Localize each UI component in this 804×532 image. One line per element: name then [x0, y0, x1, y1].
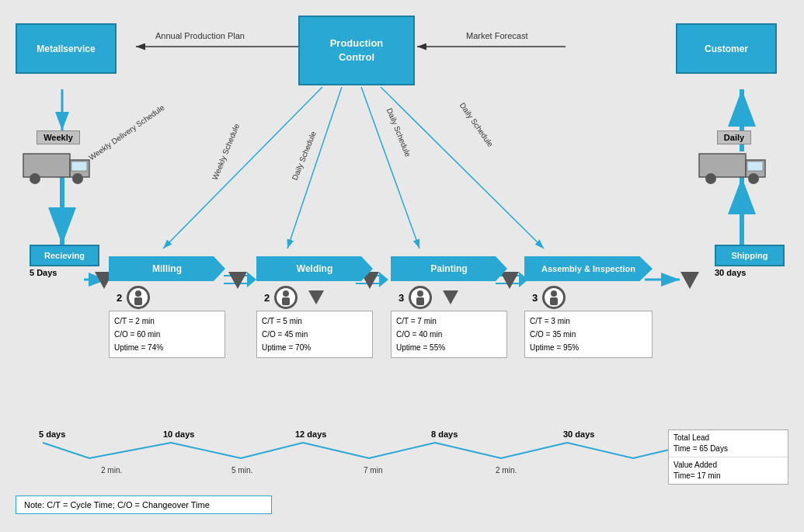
svg-point-26 — [30, 173, 40, 184]
svg-point-38 — [417, 290, 423, 297]
painting-person-icon — [414, 290, 426, 305]
svg-rect-39 — [416, 297, 424, 305]
shipping-days-label: 30 days — [715, 268, 746, 277]
daily-truck-label: Daily — [717, 130, 751, 144]
svg-point-32 — [748, 173, 759, 184]
assembly-co: C/O = 35 min — [530, 328, 647, 341]
svg-point-36 — [283, 290, 289, 297]
timeline-time-1: 5 min. — [231, 466, 252, 475]
daily-schedule-2-label: Daily Schedule — [385, 107, 412, 158]
svg-point-27 — [72, 173, 83, 184]
painting-inv-small — [443, 290, 458, 304]
assembly-person-icon — [548, 290, 560, 305]
assembly-ct: C/T = 3 min — [530, 315, 647, 328]
svg-marker-17 — [247, 272, 256, 287]
weekly-truck: Weekly — [19, 130, 97, 186]
welding-operator-circle — [274, 286, 298, 309]
svg-point-31 — [705, 173, 716, 184]
note-box: Note: C/T = Cycle Time; C/O = Changeover… — [16, 495, 272, 514]
welding-operator-count: 2 — [264, 292, 270, 304]
daily-truck: Daily — [695, 130, 773, 186]
svg-point-40 — [551, 290, 557, 297]
total-lead-time-row: Total LeadTime = 65 Days — [669, 430, 788, 457]
welding-uptime: Uptime = 70% — [262, 341, 367, 354]
weekly-schedule-label: Weekly Schedule — [211, 123, 241, 182]
value-added-time-row: Value AddedTime= 17 min — [669, 457, 788, 484]
welding-co: C/O = 45 min — [262, 328, 367, 341]
timeline-time-3: 2 min. — [496, 466, 517, 475]
svg-rect-33 — [747, 162, 763, 171]
daily-schedule-3-label: Daily Schedule — [458, 101, 495, 148]
svg-point-34 — [135, 290, 141, 297]
note-text: Note: C/T = Cycle Time; C/O = Changeover… — [24, 500, 210, 509]
customer-box: Customer — [676, 23, 777, 74]
receiving-days-label: 5 Days — [30, 268, 57, 277]
assembly-operator-count: 3 — [532, 292, 538, 304]
milling-uptime: Uptime = 74% — [114, 341, 220, 354]
painting-process-box: Painting — [391, 256, 507, 281]
timeline-days-0: 5 days — [39, 429, 65, 439]
milling-info-box: C/T = 2 min C/O = 60 min Uptime = 74% — [109, 311, 225, 358]
production-control-label: ProductionControl — [330, 37, 384, 64]
daily-schedule-1-label: Daily Schedule — [291, 130, 318, 182]
milling-person-icon — [132, 290, 144, 305]
welding-info-box: C/T = 5 min C/O = 45 min Uptime = 70% — [256, 311, 373, 358]
timeline-days-3: 8 days — [431, 429, 458, 439]
svg-marker-20 — [379, 272, 388, 287]
metallservice-label: Metallservice — [37, 43, 95, 54]
painting-uptime: Uptime = 55% — [396, 341, 502, 354]
daily-truck-icon — [695, 146, 773, 186]
milling-process-box: Milling — [109, 256, 225, 281]
diagram: Metallservice ProductionControl Customer… — [0, 0, 804, 532]
summary-box: Total LeadTime = 65 Days Value AddedTime… — [668, 429, 788, 485]
timeline-time-2: 7 min — [364, 466, 382, 475]
svg-rect-37 — [282, 297, 290, 305]
welding-process-box: Welding — [256, 256, 373, 281]
painting-operator-circle — [409, 286, 432, 309]
painting-info-box: C/T = 7 min C/O = 40 min Uptime = 55% — [391, 311, 507, 358]
assembly-process-box: Assembly & Inspection — [524, 256, 653, 281]
weekly-truck-icon — [19, 146, 97, 186]
assembly-info-box: C/T = 3 min C/O = 35 min Uptime = 95% — [524, 311, 653, 358]
welding-ct: C/T = 5 min — [262, 315, 367, 328]
timeline-time-0: 2 min. — [101, 466, 122, 475]
weekly-delivery-label: Weekly Delivery Schedule — [87, 103, 165, 162]
painting-co: C/O = 40 min — [396, 328, 502, 341]
metallservice-box: Metallservice — [16, 23, 117, 74]
svg-rect-35 — [134, 297, 142, 305]
painting-operator-count: 3 — [399, 292, 404, 304]
annual-plan-label: Annual Production Plan — [155, 31, 245, 40]
inv-triangle-shipping — [680, 272, 699, 289]
svg-rect-28 — [71, 162, 87, 171]
production-control-box: ProductionControl — [298, 16, 415, 85]
svg-rect-24 — [23, 154, 70, 177]
weekly-truck-label: Weekly — [37, 130, 80, 144]
milling-ct: C/T = 2 min — [114, 315, 220, 328]
welding-inv-small — [308, 290, 324, 304]
customer-label: Customer — [705, 43, 748, 54]
shipping-box: Shipping — [715, 245, 785, 266]
timeline-days-4: 30 days — [563, 429, 594, 439]
timeline-days-1: 10 days — [163, 429, 194, 439]
assembly-uptime: Uptime = 95% — [530, 341, 647, 354]
timeline-days-2: 12 days — [295, 429, 326, 439]
milling-operator-circle — [127, 286, 150, 309]
welding-person-icon — [280, 290, 292, 305]
assembly-operator-circle — [542, 286, 566, 309]
milling-co: C/O = 60 min — [114, 328, 220, 341]
milling-operator-count: 2 — [117, 292, 122, 304]
receiving-box: Recieving — [30, 245, 99, 266]
svg-rect-29 — [699, 154, 746, 177]
market-forecast-label: Market Forecast — [466, 31, 527, 40]
inv-triangle-welding — [228, 272, 247, 289]
svg-rect-41 — [550, 297, 558, 305]
painting-ct: C/T = 7 min — [396, 315, 502, 328]
